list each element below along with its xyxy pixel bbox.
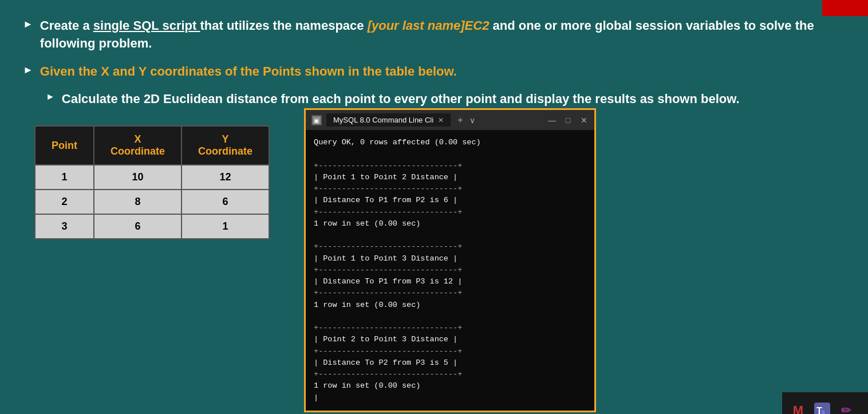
- col-x-header: XCoordinate: [94, 126, 182, 165]
- bullet-1: ► Create a single SQL script that utiliz…: [23, 17, 845, 53]
- row3-y: 1: [182, 214, 269, 239]
- terminal-p1p2-rowcount: 1 row in set (0.00 sec): [314, 218, 586, 230]
- main-content: ► Create a single SQL script that utiliz…: [0, 0, 868, 414]
- terminal-tab-icon: ▣: [311, 115, 322, 125]
- table-row: 1 10 12: [35, 165, 269, 190]
- bullet-1-text-mid: that utilizes the namespace: [200, 18, 367, 33]
- sub-bullet-arrow: ►: [46, 92, 55, 102]
- taskbar-corner: M Ts ✏: [782, 392, 868, 414]
- terminal-divider-2c: +------------------------------+: [314, 287, 586, 299]
- terminal-divider-3b: +------------------------------+: [314, 346, 586, 357]
- sub-bullet: ► Calculate the 2D Euclidean distance fr…: [46, 90, 845, 108]
- terminal-cursor: |: [314, 393, 318, 402]
- terminal-divider-1a: +------------------------------+: [314, 160, 586, 172]
- terminal-window: ▣ MySQL 8.0 Command Line Cli ✕ + ∨ — □ ✕…: [304, 108, 596, 412]
- bullet-1-namespace: [your last name]EC2: [368, 18, 490, 33]
- col-point-header: Point: [35, 126, 94, 165]
- terminal-tab-label: MySQL 8.0 Command Line Cli: [333, 116, 433, 124]
- terminal-p1p3-rowcount: 1 row in set (0.00 sec): [314, 299, 586, 311]
- terminal-tab-chevron-icon[interactable]: ∨: [469, 116, 475, 125]
- data-table-container: Point XCoordinate YCoordinate 1 10 12 2 …: [34, 125, 270, 239]
- terminal-p2p3-header: | Point 2 to Point 3 Distance |: [314, 334, 586, 345]
- terminal-titlebar: ▣ MySQL 8.0 Command Line Cli ✕ + ∨ — □ ✕: [306, 110, 594, 130]
- terminal-p1p3-value: | Distance To P1 from P3 is 12 |: [314, 276, 586, 287]
- terminal-tab[interactable]: MySQL 8.0 Command Line Cli ✕: [326, 113, 451, 127]
- terminal-minimize-button[interactable]: —: [547, 116, 557, 125]
- terminal-divider-1b: +------------------------------+: [314, 183, 586, 195]
- bullet-1-text: Create a single SQL script that utilizes…: [40, 17, 845, 53]
- terminal-line-query: Query OK, 0 rows affected (0.00 sec): [314, 137, 586, 148]
- bullet-2-arrow: ►: [23, 64, 33, 76]
- lower-section: Point XCoordinate YCoordinate 1 10 12 2 …: [34, 120, 845, 412]
- terminal-p1p2-header: | Point 1 to Point 2 Distance |: [314, 172, 586, 183]
- taskbar-gmail-icon[interactable]: M: [788, 400, 808, 414]
- terminal-close-button[interactable]: ✕: [579, 116, 589, 125]
- svg-text:▣: ▣: [314, 117, 319, 124]
- terminal-tab-close-icon[interactable]: ✕: [438, 116, 444, 124]
- terminal-controls: — □ ✕: [547, 116, 589, 125]
- row2-point: 2: [35, 190, 94, 214]
- row1-x: 10: [94, 165, 182, 190]
- terminal-tab-plus-icon[interactable]: +: [457, 115, 463, 125]
- taskbar-teams-icon[interactable]: Ts: [812, 400, 833, 414]
- bullet-2: ► Given the X and Y coordinates of the P…: [23, 63, 845, 81]
- row1-y: 12: [182, 165, 269, 190]
- bullet-2-text: Given the X and Y coordinates of the Poi…: [40, 63, 457, 81]
- row2-y: 6: [182, 190, 269, 214]
- row2-x: 8: [94, 190, 182, 214]
- terminal-divider-1c: +------------------------------+: [314, 207, 586, 218]
- terminal-p1p2-value: | Distance To P1 from P2 is 6 |: [314, 195, 586, 206]
- row1-point: 1: [35, 165, 94, 190]
- taskbar-pen-icon[interactable]: ✏: [836, 400, 857, 414]
- terminal-divider-3c: +------------------------------+: [314, 369, 586, 380]
- bullet-1-text-before: Create a: [40, 18, 93, 33]
- table-row: 3 6 1: [35, 214, 269, 239]
- red-button[interactable]: [822, 0, 868, 16]
- terminal-divider-2a: +------------------------------+: [314, 241, 586, 253]
- col-y-header: YCoordinate: [182, 126, 269, 165]
- terminal-divider-2b: +------------------------------+: [314, 265, 586, 276]
- row3-x: 6: [94, 214, 182, 239]
- terminal-divider-3a: +------------------------------+: [314, 322, 586, 334]
- table-row: 2 8 6: [35, 190, 269, 214]
- terminal-maximize-button[interactable]: □: [563, 116, 573, 125]
- terminal-p2p3-value: | Distance To P2 from P3 is 5 |: [314, 357, 586, 369]
- terminal-p1p3-header: | Point 1 to Point 3 Distance |: [314, 253, 586, 265]
- svg-text:s: s: [822, 408, 825, 414]
- row3-point: 3: [35, 214, 94, 239]
- terminal-body: Query OK, 0 rows affected (0.00 sec) +--…: [306, 130, 594, 411]
- bullet-1-arrow: ►: [23, 18, 33, 30]
- bullet-1-link: single SQL script: [93, 18, 200, 33]
- terminal-p2p3-rowcount: 1 row in set (0.00 sec): [314, 380, 586, 392]
- sub-bullet-text: Calculate the 2D Euclidean distance from…: [62, 90, 740, 108]
- coordinates-table: Point XCoordinate YCoordinate 1 10 12 2 …: [34, 125, 270, 239]
